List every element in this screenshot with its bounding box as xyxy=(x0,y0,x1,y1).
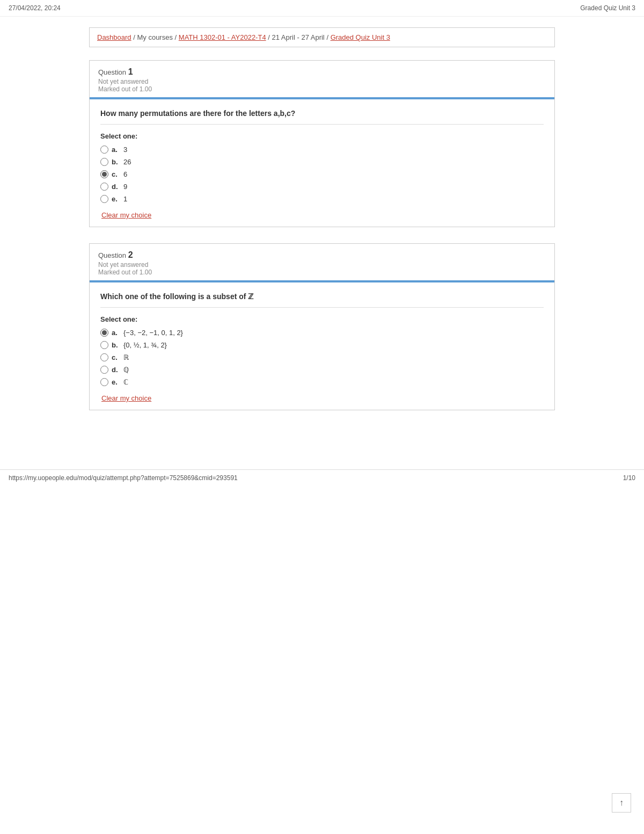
breadcrumb-sep2: / xyxy=(175,33,179,41)
option-1e[interactable]: e. 1 xyxy=(100,195,544,203)
radio-2b[interactable] xyxy=(100,341,108,349)
question-marked-1: Marked out of 1.00 xyxy=(98,85,546,93)
question-block-1: Question 1 Not yet answered Marked out o… xyxy=(89,60,555,227)
option-1a[interactable]: a. 3 xyxy=(100,146,544,154)
option-2e[interactable]: e. ℂ xyxy=(100,378,544,386)
question-status-2: Not yet answered xyxy=(98,261,546,269)
question-status-1: Not yet answered xyxy=(98,78,546,85)
breadcrumb-course[interactable]: MATH 1302-01 - AY2022-T4 xyxy=(179,33,266,41)
select-one-label-2: Select one: xyxy=(100,315,544,323)
radio-1b[interactable] xyxy=(100,158,108,166)
breadcrumb-dashboard[interactable]: Dashboard xyxy=(97,33,131,41)
radio-2c[interactable] xyxy=(100,353,108,361)
option-2b[interactable]: b. {0, ½, 1, ¾, 2} xyxy=(100,341,544,349)
option-1c[interactable]: c. 6 xyxy=(100,170,544,178)
option-1d[interactable]: d. 9 xyxy=(100,183,544,191)
radio-1e[interactable] xyxy=(100,195,108,203)
option-text-1e: 1 xyxy=(123,195,127,203)
question-block-2: Question 2 Not yet answered Marked out o… xyxy=(89,243,555,410)
option-1b[interactable]: b. 26 xyxy=(100,158,544,166)
radio-1d[interactable] xyxy=(100,183,108,191)
breadcrumb-daterange: 21 April - 27 April xyxy=(272,33,324,41)
page-number: 1/10 xyxy=(623,474,635,482)
question-marked-2: Marked out of 1.00 xyxy=(98,269,546,276)
question-header-1: Question 1 Not yet answered Marked out o… xyxy=(90,61,554,97)
datetime: 27/04/2022, 20:24 xyxy=(9,4,61,12)
select-one-label-1: Select one: xyxy=(100,132,544,140)
main-content: Dashboard / My courses / MATH 1302-01 - … xyxy=(80,17,564,437)
option-2c[interactable]: c. ℝ xyxy=(100,353,544,361)
question-header-2: Question 2 Not yet answered Marked out o… xyxy=(90,244,554,280)
bottom-bar: https://my.uopeople.edu/mod/quiz/attempt… xyxy=(0,469,644,486)
breadcrumb-sep4: / xyxy=(326,33,330,41)
option-text-2a: {−3, −2, −1, 0, 1, 2} xyxy=(123,329,183,337)
option-text-2c: ℝ xyxy=(123,353,129,361)
question-body-2: Which one of the following is a subset o… xyxy=(90,282,554,410)
option-2a[interactable]: a. {−3, −2, −1, 0, 1, 2} xyxy=(100,329,544,337)
question-text-2: Which one of the following is a subset o… xyxy=(100,292,544,308)
radio-1a[interactable] xyxy=(100,146,108,154)
breadcrumb-quiz[interactable]: Graded Quiz Unit 3 xyxy=(331,33,390,41)
option-text-1c: 6 xyxy=(123,170,127,178)
radio-2d[interactable] xyxy=(100,366,108,374)
radio-1c[interactable] xyxy=(100,170,108,178)
clear-choice-2[interactable]: Clear my choice xyxy=(101,394,151,402)
question-number-1: Question 1 xyxy=(98,67,546,77)
option-2d[interactable]: d. ℚ xyxy=(100,366,544,374)
options-list-1: a. 3 b. 26 c. 6 xyxy=(100,146,544,203)
options-list-2: a. {−3, −2, −1, 0, 1, 2} b. {0, ½, 1, ¾,… xyxy=(100,329,544,386)
top-bar: 27/04/2022, 20:24 Graded Quiz Unit 3 xyxy=(0,0,644,17)
option-text-1a: 3 xyxy=(123,146,127,154)
option-text-2e: ℂ xyxy=(123,378,128,386)
option-text-2b: {0, ½, 1, ¾, 2} xyxy=(123,341,167,349)
question-number-2: Question 2 xyxy=(98,250,546,260)
breadcrumb: Dashboard / My courses / MATH 1302-01 - … xyxy=(89,27,555,47)
page-title: Graded Quiz Unit 3 xyxy=(580,4,635,12)
question-body-1: How many permutations are there for the … xyxy=(90,99,554,227)
option-text-1d: 9 xyxy=(123,183,127,191)
breadcrumb-mycourses: My courses xyxy=(137,33,172,41)
option-text-2d: ℚ xyxy=(123,366,129,374)
radio-2e[interactable] xyxy=(100,378,108,386)
page-url: https://my.uopeople.edu/mod/quiz/attempt… xyxy=(9,474,238,482)
radio-2a[interactable] xyxy=(100,329,108,337)
question-text-1: How many permutations are there for the … xyxy=(100,109,544,125)
option-text-1b: 26 xyxy=(123,158,131,166)
clear-choice-1[interactable]: Clear my choice xyxy=(101,211,151,219)
